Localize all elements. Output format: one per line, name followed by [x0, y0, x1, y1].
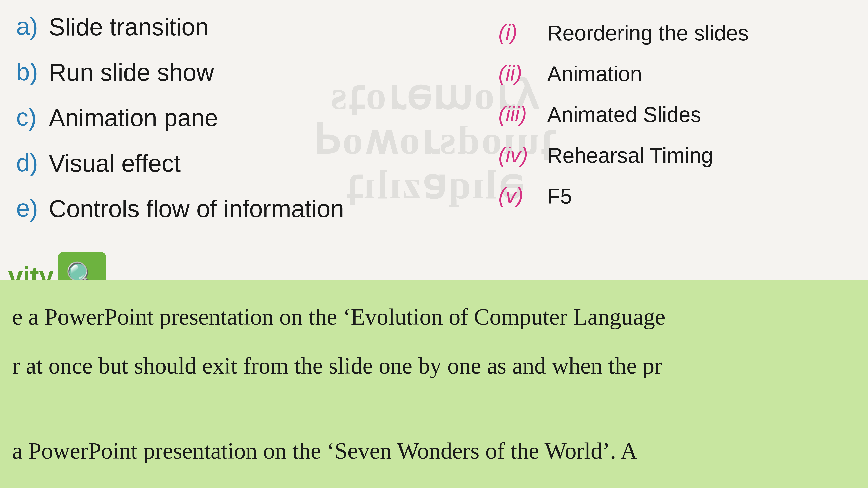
answer-label-a: a)	[16, 12, 49, 40]
answer-text-b: Run slide show	[49, 58, 214, 87]
right-label-v: (v)	[498, 184, 547, 208]
answer-text-c: Animation pane	[49, 103, 218, 132]
list-item: c) Animation pane	[16, 103, 390, 132]
right-label-ii: (ii)	[498, 61, 547, 86]
list-item: e) Controls flow of information	[16, 194, 390, 223]
right-text-i: Reordering the slides	[547, 20, 749, 46]
green-paragraph-1-cont: r at once but should exit from the slide…	[12, 349, 856, 382]
bottom-paragraph: a PowerPoint presentation on the ‘Seven …	[12, 434, 856, 467]
bottom-text: a PowerPoint presentation on the ‘Seven …	[0, 426, 868, 475]
green-paragraph-1: e a PowerPoint presentation on the ‘Evol…	[12, 300, 856, 333]
list-item: (i) Reordering the slides	[498, 20, 852, 46]
answer-text-a: Slide transition	[49, 12, 209, 41]
list-item: (ii) Animation	[498, 61, 852, 87]
list-item: b) Run slide show	[16, 58, 390, 87]
answer-label-e: e)	[16, 194, 49, 222]
right-label-i: (i)	[498, 20, 547, 45]
right-column: (i) Reordering the slides (ii) Animation…	[482, 12, 868, 232]
list-item: (iv) Rehearsal Timing	[498, 143, 852, 168]
list-item: (v) F5	[498, 184, 852, 209]
list-item: d) Visual effect	[16, 149, 390, 178]
right-text-iii: Animated Slides	[547, 102, 701, 128]
green-text-block: e a PowerPoint presentation on the ‘Evol…	[0, 288, 868, 406]
top-section: ʎɹoɯǝɹoʇs ʇuıodsɹoʍoԀ ǝlıqɐzılıʇ a) Slid…	[0, 0, 868, 280]
page-content: ʎɹoɯǝɹoʇs ʇuıodsɹoʍoԀ ǝlıqɐzılıʇ a) Slid…	[0, 0, 868, 488]
right-text-ii: Animation	[547, 61, 642, 87]
list-item: (iii) Animated Slides	[498, 102, 852, 128]
answer-text-e: Controls flow of information	[49, 194, 344, 223]
list-item: a) Slide transition	[16, 12, 390, 41]
right-label-iv: (iv)	[498, 143, 547, 167]
right-text-iv: Rehearsal Timing	[547, 143, 713, 168]
right-label-iii: (iii)	[498, 102, 547, 126]
answer-label-b: b)	[16, 58, 49, 86]
answer-text-d: Visual effect	[49, 149, 181, 178]
answer-label-d: d)	[16, 149, 49, 176]
right-text-v: F5	[547, 184, 572, 209]
left-column: a) Slide transition b) Run slide show c)…	[0, 0, 406, 252]
answer-label-c: c)	[16, 103, 49, 131]
